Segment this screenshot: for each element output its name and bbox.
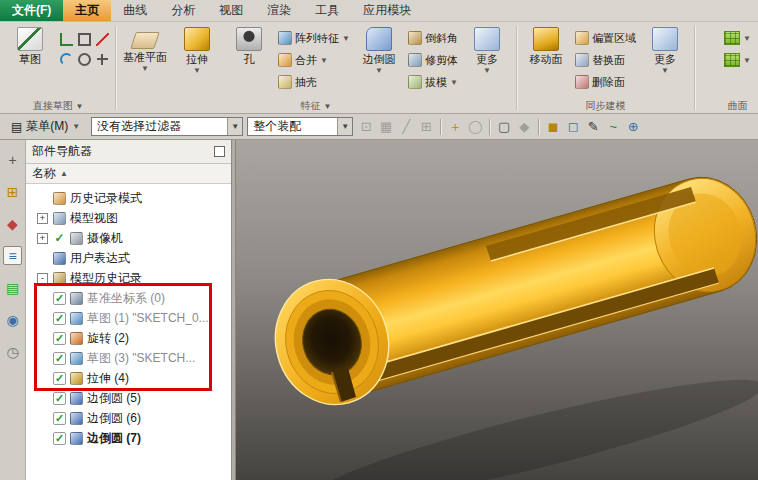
delete-face-button[interactable]: 删除面 (573, 72, 638, 92)
surface-group-label[interactable]: 曲面 (722, 99, 753, 113)
expand-box-icon[interactable]: + (37, 233, 48, 244)
navigator-title: 部件导航器 (32, 143, 92, 160)
feature-group-label[interactable]: 特征 ▼ (120, 99, 512, 113)
orient-view-icon[interactable]: ⊕ (624, 118, 642, 136)
line-icon[interactable] (96, 33, 109, 46)
tree-item[interactable]: ✓草图 (1) "SKETCH_0... (26, 308, 231, 328)
tree-item[interactable]: ✓边倒圆 (6) (26, 408, 231, 428)
expressions-icon (53, 252, 66, 265)
group-direct-sketch: 草图 直接草图 ▼ (2, 23, 114, 113)
sketch-button[interactable]: 草图 (5, 25, 55, 65)
tree-item[interactable]: +模型视图 (26, 208, 231, 228)
surface-tool-button-2[interactable]: ▼ (722, 50, 753, 70)
circle-icon[interactable] (78, 53, 91, 66)
reuse-library-icon[interactable]: ▤ (3, 278, 22, 297)
feature-more-button[interactable]: 更多▼ (462, 25, 512, 77)
tab-主页[interactable]: 主页 (63, 0, 111, 21)
constraint-navigator-icon[interactable]: ◆ (3, 214, 22, 233)
expand-box-icon[interactable]: - (37, 273, 48, 284)
direct-sketch-group-label[interactable]: 直接草图 ▼ (5, 99, 111, 113)
web-browser-icon[interactable]: ◉ (3, 310, 22, 329)
file-tab[interactable]: 文件(F) (0, 0, 63, 21)
rectangle-select-icon[interactable]: ▢ (495, 118, 513, 136)
chamfer-button[interactable]: 倒斜角 (406, 28, 460, 48)
extrude-button[interactable]: 拉伸▼ (172, 25, 222, 77)
move-face-button[interactable]: 移动面 (521, 25, 571, 65)
sketch-icon (70, 312, 83, 325)
pencil-annotate-icon[interactable]: ✎ (584, 118, 602, 136)
expand-toggle-icon[interactable]: + (36, 233, 49, 244)
snap-point-icon[interactable]: ⊡ (357, 118, 375, 136)
navigator-column-header[interactable]: 名称 ▲ (26, 164, 231, 184)
shell-button[interactable]: 抽壳 (276, 72, 352, 92)
shaded-view-icon[interactable]: ◼ (544, 118, 562, 136)
tab-工具[interactable]: 工具 (303, 0, 351, 21)
float-panel-icon[interactable] (214, 146, 225, 157)
draft-button[interactable]: 拔模▼ (406, 72, 460, 92)
feature-checkbox[interactable]: ✓ (53, 392, 66, 405)
tree-item-label: 拉伸 (4) (87, 370, 129, 387)
surface-grid-icon (724, 31, 740, 45)
history-palette-icon[interactable]: ◷ (3, 342, 22, 361)
expand-toggle-icon[interactable]: - (36, 273, 49, 284)
tree-item[interactable]: ✓边倒圆 (5) (26, 388, 231, 408)
feature-checkbox[interactable]: ✓ (53, 372, 66, 385)
tree-item[interactable]: ✓拉伸 (4) (26, 368, 231, 388)
sync-more-button[interactable]: 更多▼ (640, 25, 690, 77)
unite-button[interactable]: 合并▼ (276, 50, 352, 70)
curve-analysis-icon[interactable]: ~ (604, 118, 622, 136)
select-face-icon[interactable]: ▦ (377, 118, 395, 136)
datum-plane-button[interactable]: 基准平面▼ (120, 25, 170, 75)
feature-checkbox[interactable]: ✓ (53, 312, 66, 325)
tab-曲线[interactable]: 曲线 (111, 0, 159, 21)
tab-应用模块[interactable]: 应用模块 (351, 0, 423, 21)
rectangle-icon[interactable] (78, 33, 91, 46)
wireframe-view-icon[interactable]: ◻ (564, 118, 582, 136)
lasso-icon[interactable]: ◆ (515, 118, 533, 136)
edge-blend-button[interactable]: 边倒圆▼ (354, 25, 404, 77)
offset-region-button[interactable]: 偏置区域 (573, 28, 638, 48)
tool-palette-icon[interactable]: + (3, 150, 22, 169)
tab-分析[interactable]: 分析 (159, 0, 207, 21)
expand-box-icon[interactable]: + (37, 213, 48, 224)
profile-icon[interactable] (60, 33, 73, 46)
tab-渲染[interactable]: 渲染 (255, 0, 303, 21)
selection-filter-dropdown[interactable]: 没有选择过滤器 ▼ (91, 117, 243, 136)
menu-button[interactable]: ▤ 菜单(M) ▼ (4, 116, 87, 137)
tree-item[interactable]: ✓边倒圆 (7) (26, 428, 231, 448)
feature-checkbox[interactable]: ✓ (53, 352, 66, 365)
arc-icon[interactable] (60, 53, 73, 66)
trim-body-button[interactable]: 修剪体 (406, 50, 460, 70)
assembly-navigator-icon[interactable]: ⊞ (3, 182, 22, 201)
feature-checkbox[interactable]: ✓ (53, 292, 66, 305)
expand-toggle-icon[interactable]: + (36, 213, 49, 224)
point-constructor-icon[interactable]: ＋ (446, 118, 464, 136)
tree-item[interactable]: -模型历史记录 (26, 268, 231, 288)
chevron-down-icon: ▼ (743, 56, 751, 65)
replace-face-button[interactable]: 替换面 (573, 50, 638, 70)
tree-item[interactable]: 用户表达式 (26, 248, 231, 268)
pattern-feature-button[interactable]: 阵列特征▼ (276, 28, 352, 48)
extrude-icon (70, 372, 83, 385)
feature-checkbox[interactable]: ✓ (53, 412, 66, 425)
tree-item-label: 边倒圆 (7) (87, 430, 141, 447)
surface-tool-button-1[interactable]: ▼ (722, 28, 753, 48)
feature-checkbox[interactable]: ✓ (53, 432, 66, 445)
graphics-viewport[interactable] (236, 140, 758, 480)
point-icon[interactable] (96, 53, 109, 66)
select-edge-icon[interactable]: ╱ (397, 118, 415, 136)
select-body-icon[interactable]: ⊞ (417, 118, 435, 136)
part-navigator-icon[interactable]: ≡ (3, 246, 22, 265)
feature-checkbox[interactable]: ✓ (53, 332, 66, 345)
tree-item[interactable]: ✓草图 (3) "SKETCH... (26, 348, 231, 368)
synchronous-group-label[interactable]: 同步建模 (521, 99, 690, 113)
tree-item[interactable]: 历史记录模式 (26, 188, 231, 208)
hole-button[interactable]: 孔 (224, 25, 274, 65)
tree-item[interactable]: +✓摄像机 (26, 228, 231, 248)
tree-item[interactable]: ✓旋转 (2) (26, 328, 231, 348)
tree-item[interactable]: ✓基准坐标系 (0) (26, 288, 231, 308)
model-3d-view (236, 140, 758, 480)
selection-scope-dropdown[interactable]: 整个装配 ▼ (247, 117, 353, 136)
point-on-curve-icon[interactable]: ◯ (466, 118, 484, 136)
tab-视图[interactable]: 视图 (207, 0, 255, 21)
